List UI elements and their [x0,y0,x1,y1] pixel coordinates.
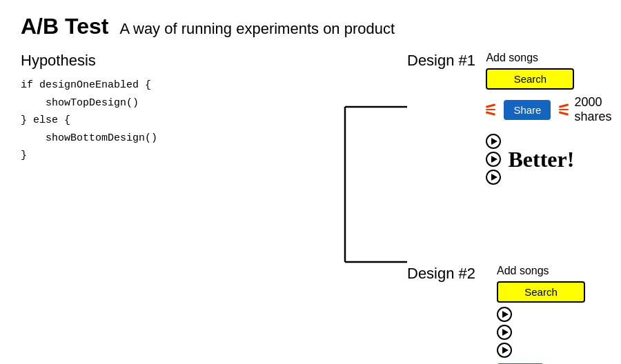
ray-right-bot [559,111,569,115]
branch-svg [283,72,407,307]
play-icon-1[interactable] [486,134,501,149]
play-icon-d2-1[interactable] [497,307,512,322]
ray-right-mid [559,109,569,111]
branch-area [283,72,407,307]
ray-line-bot [486,111,495,115]
designs-container: Design #1 Add songs Search Share [407,52,621,364]
design1-search-button[interactable]: Search [486,68,574,90]
code-line-1: if designOneEnabled { [21,77,283,94]
title-subtitle: A way of running experiments on product [119,20,395,38]
ray-left-icon [486,105,495,114]
design1-share-area: Share 2000 shares [486,95,621,124]
design1-play-row: Better! [486,130,621,189]
ray-line-top [486,103,495,108]
design1-play-icons [486,134,501,185]
design2-label: Design #2 [407,265,490,283]
title-ab: A/B Test [21,14,108,39]
ray-line-mid [486,109,495,111]
play-icon-d2-2[interactable] [497,325,512,340]
design2-search-button[interactable]: Search [497,281,585,303]
better-text: Better! [508,147,574,172]
code-line-4: showBottomDesign() [21,130,283,148]
code-block: if designOneEnabled { showTopDesign() } … [21,77,283,165]
design1-shares-count: 2000 shares [574,95,621,124]
play-icon-3[interactable] [486,170,501,185]
design1-add-songs: Add songs [486,52,621,64]
play-icon-d2-3[interactable] [497,343,512,358]
design1-row: Design #1 Add songs Search Share [407,52,621,203]
design2-block: Add songs Search Share 50 shares [497,265,607,364]
page: A/B Test A way of running experiments on… [0,0,621,364]
ray-right-top [559,103,569,108]
title-area: A/B Test A way of running experiments on… [21,14,600,39]
design2-play-icons [497,307,607,358]
code-line-5: } [21,147,283,165]
ray-right-icon [559,105,569,114]
play-icon-2[interactable] [486,152,501,167]
design1-share-button[interactable]: Share [504,100,551,120]
hypothesis-panel: Hypothesis if designOneEnabled { showTop… [21,52,283,165]
code-line-2: showTopDesign() [21,94,283,112]
design1-label: Design #1 [407,52,479,70]
main-layout: Hypothesis if designOneEnabled { showTop… [21,52,600,364]
design1-block: Add songs Search Share [486,52,621,189]
code-line-3: } else { [21,112,283,130]
design2-add-songs: Add songs [497,265,607,277]
hypothesis-label: Hypothesis [21,52,283,70]
design2-row: Design #2 Add songs Search Share 50 shar… [407,265,621,364]
